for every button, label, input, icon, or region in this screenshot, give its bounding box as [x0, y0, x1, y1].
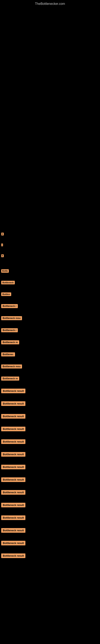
bottleneck-label-13: Bottleneck re — [1, 376, 19, 380]
result-row-8: Bottleneck resu — [1, 314, 99, 322]
bottleneck-label-3: B — [1, 254, 4, 257]
result-row-24: Bottleneck result — [1, 514, 99, 522]
bottleneck-label-1: B — [1, 233, 4, 236]
bottleneck-label-26: Bottleneck result — [1, 541, 25, 546]
result-row-10: Bottleneck re — [1, 338, 99, 346]
bottleneck-label-22: Bottleneck result — [1, 490, 25, 495]
result-row-16: Bottleneck result — [1, 412, 99, 420]
bottleneck-label-16: Bottleneck result — [1, 414, 25, 418]
result-row-20: Bottleneck result — [1, 463, 99, 471]
bottleneck-label-27: Bottleneck result — [1, 554, 25, 558]
bottleneck-label-7: Bottleneck r — [1, 304, 18, 308]
bottleneck-label-10: Bottleneck re — [1, 340, 19, 344]
result-row-23: Bottleneck result — [1, 501, 99, 509]
result-row-15: Bottleneck result — [1, 399, 99, 408]
result-row-7: Bottleneck r — [1, 302, 99, 310]
bottleneck-label-4: Bottle — [1, 269, 9, 273]
bottleneck-label-17: Bottleneck result — [1, 427, 25, 431]
bottleneck-label-12: Bottleneck resu — [1, 364, 22, 368]
result-row-22: Bottleneck result — [1, 488, 99, 497]
result-row-27: Bottleneck result — [1, 552, 99, 560]
result-row-3: B — [1, 252, 99, 259]
result-row-21: Bottleneck result — [1, 475, 99, 484]
bottleneck-label-6: Bottlen — [1, 292, 11, 296]
bottleneck-label-18: Bottleneck result — [1, 439, 25, 444]
result-row-25: Bottleneck result — [1, 526, 99, 535]
result-row-12: Bottleneck resu — [1, 362, 99, 370]
result-row-18: Bottleneck result — [1, 437, 99, 446]
bottleneck-label-25: Bottleneck result — [1, 528, 25, 533]
bottleneck-label-15: Bottleneck result — [1, 401, 25, 406]
bottleneck-label-9: Bottleneck r — [1, 328, 18, 332]
result-row-14: Bottleneck result — [1, 386, 99, 395]
result-row-13: Bottleneck re — [1, 374, 99, 382]
bottleneck-label-14: Bottleneck result — [1, 388, 25, 393]
labels-area: B | B Bottle Bottleneck Bottlen Bottlene… — [0, 228, 100, 562]
bottleneck-label-11: Bottlenec — [1, 352, 15, 356]
bottleneck-label-24: Bottleneck result — [1, 516, 25, 520]
result-row-5: Bottleneck — [1, 279, 99, 286]
bottleneck-label-2: | — [1, 244, 3, 246]
bottleneck-label-23: Bottleneck result — [1, 503, 25, 507]
result-row-26: Bottleneck result — [1, 539, 99, 548]
result-row-2: | — [1, 242, 99, 248]
result-row-6: Bottlen — [1, 290, 99, 298]
result-row-19: Bottleneck result — [1, 450, 99, 459]
result-row-4: Bottle — [1, 267, 99, 275]
bottleneck-label-20: Bottleneck result — [1, 465, 25, 469]
result-row-17: Bottleneck result — [1, 425, 99, 433]
result-row-1: B — [1, 231, 99, 238]
result-row-11: Bottlenec — [1, 350, 99, 358]
result-row-9: Bottleneck r — [1, 326, 99, 334]
bottleneck-label-21: Bottleneck result — [1, 477, 25, 482]
site-title: TheBottlenecker.com — [0, 0, 100, 7]
bottleneck-label-5: Bottleneck — [1, 281, 15, 284]
bottleneck-label-8: Bottleneck resu — [1, 316, 22, 320]
bottleneck-label-19: Bottleneck result — [1, 452, 25, 457]
chart-area — [0, 7, 100, 228]
